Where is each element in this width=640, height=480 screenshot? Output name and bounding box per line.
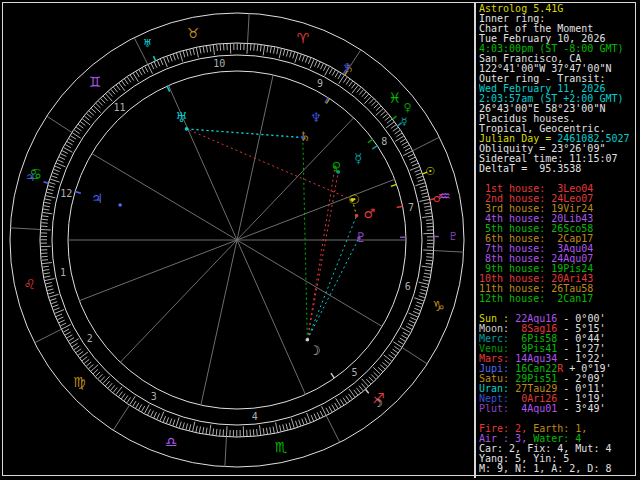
planet-dot-uran — [185, 127, 189, 131]
degree-tick — [220, 429, 221, 435]
degree-tick — [186, 50, 188, 56]
degree-tick — [340, 399, 344, 404]
planet-glyph-satu: ♄ — [299, 129, 311, 144]
degree-tick — [142, 406, 145, 412]
degree-tick — [108, 92, 112, 97]
sign-boundary — [434, 251, 464, 253]
degree-tick — [283, 424, 285, 430]
degree-tick — [424, 273, 430, 274]
degree-tick — [415, 183, 425, 186]
degree-tick — [389, 355, 394, 359]
planet-dot-mars — [355, 214, 359, 218]
degree-tick — [426, 257, 432, 258]
degree-tick — [103, 96, 107, 101]
degree-tick — [130, 75, 134, 80]
degree-tick — [203, 46, 204, 52]
house-cusp-12 — [92, 154, 237, 240]
transit-pointer-moon — [365, 389, 368, 393]
degree-tick — [422, 216, 432, 217]
aspect-square-moon-venu — [307, 167, 335, 339]
degree-tick — [320, 63, 323, 69]
degree-tick — [380, 365, 385, 369]
degree-tick — [421, 286, 427, 288]
degree-tick — [157, 60, 160, 66]
degree-tick — [409, 157, 415, 160]
degree-tick — [145, 66, 148, 72]
degree-tick — [420, 289, 426, 291]
degree-tick — [410, 317, 416, 320]
degree-tick — [47, 189, 53, 191]
degree-tick — [86, 362, 91, 366]
degree-tick — [122, 81, 126, 86]
house-number-6: 6 — [405, 281, 411, 292]
degree-tick — [93, 369, 98, 373]
degree-tick — [50, 179, 60, 182]
house-number-2: 2 — [87, 333, 93, 344]
degree-tick — [299, 420, 301, 426]
degree-tick — [295, 53, 298, 63]
degree-tick — [52, 173, 58, 175]
degree-tick — [290, 51, 292, 57]
degree-tick — [332, 70, 335, 76]
degree-tick — [359, 386, 363, 391]
degree-tick — [48, 292, 54, 294]
degree-tick — [374, 372, 379, 377]
degree-tick — [359, 90, 363, 95]
degree-tick — [361, 384, 365, 389]
transit-glyph-jupi: ♃ — [25, 171, 35, 184]
degree-tick — [357, 87, 361, 92]
degree-tick — [167, 56, 169, 62]
degree-tick — [400, 139, 406, 142]
house-number-3: 3 — [151, 391, 157, 402]
degree-tick — [87, 114, 92, 118]
degree-tick — [421, 189, 427, 191]
degree-tick — [419, 296, 425, 298]
transit-glyph-nept: ♆ — [343, 61, 353, 74]
degree-tick — [84, 359, 89, 363]
astrolog-screen: { "palette": { "white":"#E0E0E0","ltgray… — [0, 0, 640, 480]
degree-tick — [124, 79, 128, 84]
degree-tick — [142, 68, 145, 74]
stats-row: M: 9, N: 1, A: 2, D: 8 — [479, 464, 635, 474]
degree-tick — [263, 45, 264, 55]
degree-tick — [247, 44, 248, 54]
degree-tick — [408, 323, 414, 326]
degree-tick — [136, 71, 139, 77]
planet-glyph-moon: ☽ — [309, 343, 321, 358]
degree-tick — [293, 52, 295, 58]
degree-tick — [42, 219, 48, 220]
degree-tick — [170, 55, 172, 61]
sign-glyph-gemini: ♊ — [89, 74, 102, 90]
degree-tick — [47, 289, 53, 291]
degree-tick — [374, 104, 379, 109]
house-number-8: 8 — [381, 136, 387, 147]
degree-tick — [320, 411, 323, 417]
degree-tick — [408, 154, 414, 157]
house-cusp-5 — [237, 240, 305, 395]
transit-pointer-uran — [153, 56, 155, 61]
degree-tick — [369, 99, 374, 104]
degree-tick — [52, 305, 58, 307]
degree-tick — [311, 415, 314, 421]
degree-tick — [65, 145, 71, 148]
sign-glyph-scorpio: ♏ — [275, 439, 288, 455]
degree-tick — [139, 70, 142, 76]
degree-tick — [338, 73, 341, 79]
degree-tick — [276, 422, 278, 432]
degree-tick — [193, 422, 195, 432]
degree-tick — [426, 260, 432, 261]
degree-tick — [67, 142, 73, 145]
degree-tick — [317, 412, 320, 418]
degree-tick — [376, 106, 381, 110]
sign-glyph-pisces: ♓ — [388, 90, 401, 106]
degree-tick — [43, 209, 49, 210]
sign-boundary — [413, 137, 440, 151]
sign-glyph-libra: ♎ — [165, 434, 178, 450]
house-number-1: 1 — [60, 267, 66, 278]
degree-tick — [257, 429, 258, 435]
planet-glyph-nept: ♆ — [310, 110, 322, 125]
degree-tick — [60, 154, 66, 157]
degree-tick — [164, 58, 168, 67]
degree-tick — [200, 47, 201, 53]
degree-tick — [56, 163, 65, 167]
